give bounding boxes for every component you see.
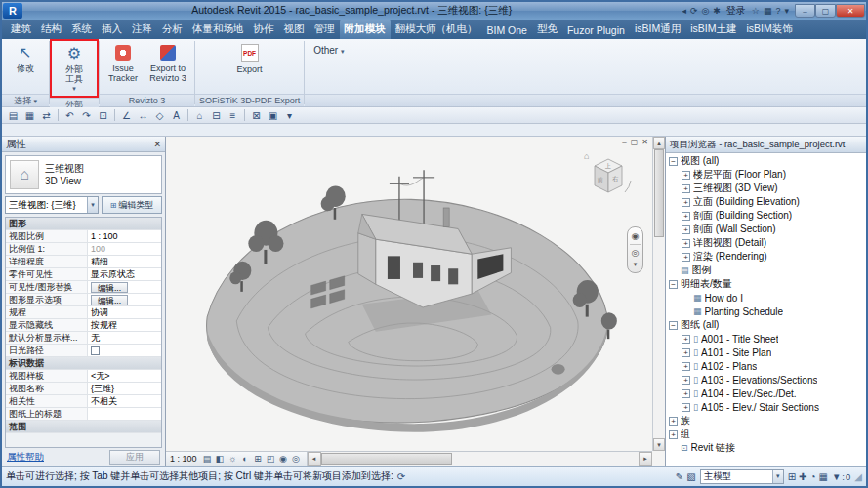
- tree-item[interactable]: −视图 (all): [666, 154, 866, 168]
- selection-filter[interactable]: ▼:0: [832, 471, 850, 482]
- view-selector-combo[interactable]: 三维视图: {三维} ▾: [5, 196, 99, 214]
- ribbon-tab-结构[interactable]: 结构: [36, 20, 66, 39]
- tree-item[interactable]: ▦Planting Schedule: [666, 305, 866, 318]
- hscroll-track[interactable]: [452, 452, 639, 466]
- tree-item[interactable]: +▯A001 - Title Sheet: [666, 332, 866, 346]
- prop-value[interactable]: 按规程: [88, 319, 161, 331]
- visibility-graphics-edit-button[interactable]: 编辑...: [91, 282, 128, 293]
- tree-item[interactable]: ▦How do I: [666, 291, 866, 305]
- tree-item[interactable]: +▯A101 - Site Plan: [666, 346, 866, 359]
- tree-expand-icon[interactable]: +: [682, 376, 690, 385]
- tree-collapse-icon[interactable]: −: [669, 321, 678, 330]
- tree-collapse-icon[interactable]: −: [669, 157, 678, 166]
- save-icon[interactable]: ▦: [22, 110, 37, 121]
- tree-expand-icon[interactable]: +: [682, 348, 690, 357]
- ribbon-tab-分析[interactable]: 分析: [157, 20, 187, 39]
- press-drag-icon[interactable]: ✚: [799, 471, 806, 482]
- help-menu-icon[interactable]: ▾: [783, 6, 790, 16]
- tree-item[interactable]: +组: [666, 427, 866, 441]
- view-restore-icon[interactable]: ▢: [631, 138, 639, 146]
- external-tools-button[interactable]: ⚙ 外部 工具 ▾: [54, 42, 95, 95]
- prop-value[interactable]: 不相关: [88, 395, 161, 407]
- ribbon-tab-插入[interactable]: 插入: [97, 20, 127, 39]
- tree-expand-icon[interactable]: +: [682, 171, 690, 180]
- tree-item[interactable]: +▯A102 - Plans: [666, 359, 866, 373]
- prop-value[interactable]: 显示原状态: [88, 268, 161, 280]
- prop-value[interactable]: <无>: [88, 370, 161, 382]
- view-close-icon[interactable]: ✕: [641, 138, 648, 146]
- modify-button[interactable]: ↖ 修改: [5, 41, 46, 92]
- close-icon[interactable]: ✕: [153, 140, 161, 149]
- default-3d-view-icon[interactable]: ⌂: [192, 110, 207, 121]
- tree-item[interactable]: −明细表/数量: [666, 277, 866, 291]
- ribbon-tab-管理[interactable]: 管理: [310, 20, 340, 39]
- tree-expand-icon[interactable]: +: [682, 253, 690, 262]
- scroll-up-icon[interactable]: ▴: [653, 137, 665, 149]
- 3d-model-scene[interactable]: [166, 137, 652, 451]
- navbar-options-icon[interactable]: ▾: [634, 261, 638, 268]
- minimize-button[interactable]: –: [795, 4, 815, 18]
- vertical-scrollbar[interactable]: ▴ ▾: [652, 137, 665, 451]
- viewcube[interactable]: 上 前 右 ⌂: [581, 148, 636, 203]
- sync-status-icon[interactable]: ⟳: [689, 6, 699, 16]
- tree-expand-icon[interactable]: +: [682, 335, 690, 344]
- selection-panel-label[interactable]: 选择 ▾: [2, 94, 49, 106]
- ribbon-tab-系统[interactable]: 系统: [66, 20, 97, 39]
- detail-level-icon[interactable]: ▤: [201, 454, 214, 464]
- exclude-options-icon[interactable]: ⊞: [788, 471, 796, 482]
- ribbon-tab-注释[interactable]: 注释: [127, 20, 157, 39]
- tree-item[interactable]: −图纸 (all): [666, 318, 866, 332]
- prop-value[interactable]: 无: [88, 332, 161, 344]
- background-process-icon[interactable]: ▦: [819, 471, 828, 482]
- sign-in-button[interactable]: 登录: [723, 4, 749, 18]
- scroll-left-icon[interactable]: ◂: [308, 452, 321, 466]
- tree-expand-icon[interactable]: +: [682, 403, 690, 412]
- other-dropdown-button[interactable]: Other ▾: [308, 41, 350, 56]
- sun-path-icon[interactable]: ☼: [227, 454, 239, 464]
- scale-control[interactable]: 1 : 100: [170, 454, 197, 464]
- aligned-dimension-icon[interactable]: ↔: [136, 110, 150, 121]
- crop-view-icon[interactable]: ⊞: [252, 454, 265, 464]
- prop-value[interactable]: 100: [88, 243, 161, 255]
- thin-lines-icon[interactable]: ≡: [226, 110, 240, 121]
- tree-expand-icon[interactable]: +: [682, 389, 690, 398]
- exchange-apps-icon[interactable]: ▦: [763, 6, 773, 16]
- tree-collapse-icon[interactable]: −: [669, 280, 678, 289]
- ribbon-tab-isBIM装饰[interactable]: isBIM装饰: [741, 20, 797, 39]
- view-minimize-icon[interactable]: –: [622, 138, 626, 146]
- favorites-icon[interactable]: ☆: [751, 6, 761, 16]
- revit-application-menu-button[interactable]: R: [3, 3, 22, 19]
- ribbon-tab-翻模大师（机电）[interactable]: 翻模大师（机电）: [391, 20, 482, 39]
- temporary-hide-isolate-icon[interactable]: ◉: [277, 454, 290, 464]
- help-icon[interactable]: ?: [774, 6, 781, 16]
- redo-icon[interactable]: ↷: [79, 110, 94, 121]
- tree-expand-icon[interactable]: +: [669, 417, 678, 426]
- ribbon-tab-视图[interactable]: 视图: [279, 20, 310, 39]
- tree-expand-icon[interactable]: +: [682, 198, 690, 207]
- zoom-icon[interactable]: ◎: [632, 248, 640, 258]
- prop-section[interactable]: 范围: [6, 421, 161, 433]
- subscription-center-icon[interactable]: ✱: [712, 6, 722, 16]
- prop-section[interactable]: 图形: [6, 218, 161, 230]
- tree-item[interactable]: +楼层平面 (Floor Plan): [666, 168, 866, 182]
- tree-item[interactable]: +剖面 (Wall Section): [666, 223, 866, 236]
- tree-expand-icon[interactable]: +: [682, 184, 690, 193]
- vscroll-thumb[interactable]: [654, 149, 664, 237]
- open-icon[interactable]: ▤: [6, 110, 21, 121]
- prop-value[interactable]: 精细: [88, 256, 161, 267]
- ribbon-tab-isBIM土建[interactable]: isBIM土建: [685, 20, 741, 39]
- ribbon-tab-协作[interactable]: 协作: [249, 20, 279, 39]
- tree-item[interactable]: +渲染 (Rendering): [666, 250, 866, 264]
- design-options-combo[interactable]: 主模型 ▾: [700, 469, 784, 484]
- scroll-down-icon[interactable]: ▾: [653, 438, 665, 451]
- tree-item[interactable]: +三维视图 (3D View): [666, 182, 866, 195]
- prop-value[interactable]: 协调: [88, 306, 161, 318]
- sync-with-central-icon[interactable]: ⇄: [39, 110, 54, 121]
- reveal-hidden-elements-icon[interactable]: ◎: [290, 454, 303, 464]
- vscroll-track[interactable]: [653, 237, 665, 438]
- prop-value[interactable]: {三维}: [88, 383, 161, 394]
- undo-icon[interactable]: ↶: [62, 110, 77, 121]
- tree-item[interactable]: +▯A104 - Elev./Sec./Det.: [666, 386, 866, 400]
- ribbon-tab-Fuzor Plugin[interactable]: Fuzor Plugin: [562, 21, 630, 39]
- tree-item[interactable]: +剖面 (Building Section): [666, 209, 866, 223]
